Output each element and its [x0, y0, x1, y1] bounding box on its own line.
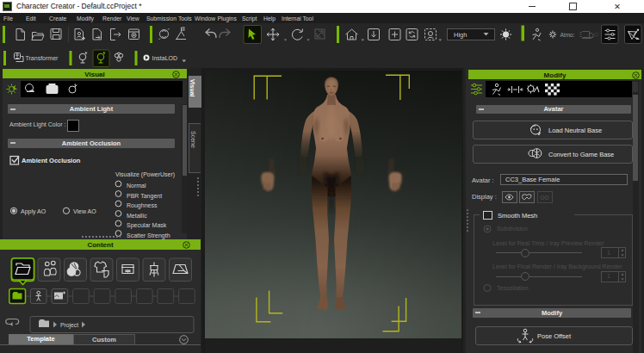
svg-text:Atmo:: Atmo:: [560, 32, 575, 38]
svg-text:InstaLOD: InstaLOD: [152, 55, 178, 61]
svg-text:High: High: [454, 31, 467, 39]
svg-text:Transformer: Transformer: [26, 55, 59, 61]
